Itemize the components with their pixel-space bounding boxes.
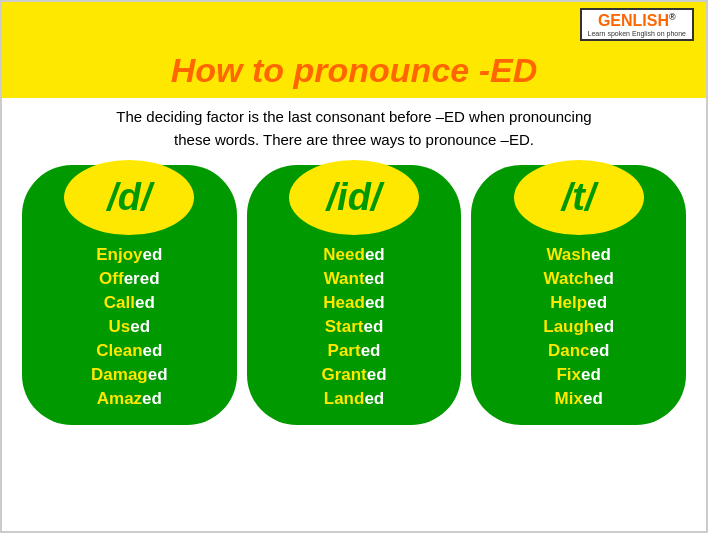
logo-text: GENLISH® <box>598 12 676 30</box>
word-fixed: Fixed <box>556 365 600 385</box>
pill-label-d: /d/ <box>107 176 151 219</box>
logo-sub: Learn spoken English on phone <box>588 30 686 37</box>
page: GENLISH® Learn spoken English on phone H… <box>0 0 708 533</box>
top-bar: GENLISH® Learn spoken English on phone <box>2 2 706 47</box>
subtitle-line2: these words. There are three ways to pro… <box>174 131 534 148</box>
pill-header-id: /id/ <box>289 160 419 235</box>
logo-sup: ® <box>669 12 676 22</box>
word-offered: Offered <box>99 269 159 289</box>
word-watched: Watched <box>544 269 614 289</box>
word-parted: Parted <box>328 341 381 361</box>
word-laughed: Laughed <box>543 317 614 337</box>
subtitle-section: The deciding factor is the last consonan… <box>2 98 706 155</box>
word-danced: Danced <box>548 341 609 361</box>
pill-header-t: /t/ <box>514 160 644 235</box>
word-washed: Washed <box>546 245 611 265</box>
subtitle-line1: The deciding factor is the last consonan… <box>116 108 591 125</box>
column-t: /t/ Washed Watched Helped Laughed Danced… <box>471 165 686 425</box>
title-section: How to pronounce -ED <box>2 47 706 98</box>
word-used: Used <box>109 317 151 337</box>
column-d: /d/ Enjoyed Offered Called Used Cleaned … <box>22 165 237 425</box>
word-granted: Granted <box>321 365 386 385</box>
logo: GENLISH® Learn spoken English on phone <box>580 8 694 41</box>
word-needed: Needed <box>323 245 384 265</box>
word-enjoyed: Enjoyed <box>96 245 162 265</box>
logo-lish: LISH <box>633 12 669 29</box>
word-started: Started <box>325 317 384 337</box>
columns-area: /d/ Enjoyed Offered Called Used Cleaned … <box>2 155 706 435</box>
word-mixed: Mixed <box>555 389 603 409</box>
word-cleaned: Cleaned <box>96 341 162 361</box>
words-d: Enjoyed Offered Called Used Cleaned Dama… <box>22 245 237 409</box>
subtitle-text: The deciding factor is the last consonan… <box>22 106 686 151</box>
column-id: /id/ Needed Wanted Headed Started Parted… <box>247 165 462 425</box>
pill-header-d: /d/ <box>64 160 194 235</box>
pill-label-id: /id/ <box>327 176 382 219</box>
words-t: Washed Watched Helped Laughed Danced Fix… <box>471 245 686 409</box>
word-damaged: Damaged <box>91 365 168 385</box>
word-wanted: Wanted <box>324 269 385 289</box>
word-amazed: Amazed <box>97 389 162 409</box>
main-title: How to pronounce -ED <box>2 51 706 90</box>
word-landed: Landed <box>324 389 384 409</box>
pill-label-t: /t/ <box>562 176 596 219</box>
word-called: Called <box>104 293 155 313</box>
word-helped: Helped <box>550 293 607 313</box>
logo-gen: GEN <box>598 12 633 29</box>
words-id: Needed Wanted Headed Started Parted Gran… <box>247 245 462 409</box>
word-headed: Headed <box>323 293 384 313</box>
